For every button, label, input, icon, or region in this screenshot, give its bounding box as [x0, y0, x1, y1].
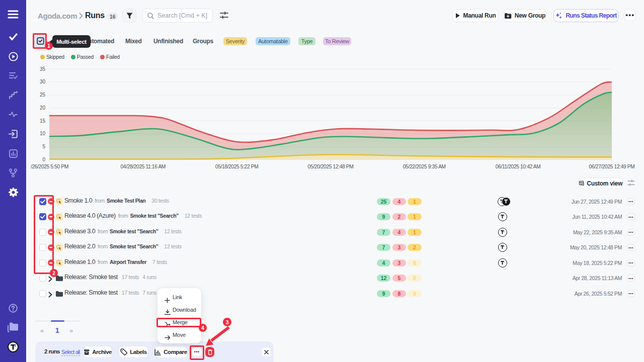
svg-text:30: 30 [40, 79, 46, 84]
svg-text:05/20/2025 12:48 PM: 05/20/2025 12:48 PM [308, 164, 354, 169]
svg-text:06/27/2025 12:49 PM: 06/27/2025 12:49 PM [589, 164, 635, 169]
svg-text:10: 10 [40, 131, 46, 136]
svg-text:15: 15 [40, 118, 46, 124]
svg-text:06/11/2025 10:42 AM: 06/11/2025 10:42 AM [496, 164, 541, 169]
svg-text:04/28/2025 11:16 AM: 04/28/2025 11:16 AM [121, 164, 166, 169]
svg-text:25: 25 [40, 92, 46, 98]
svg-text:35: 35 [40, 66, 46, 72]
svg-text:20: 20 [40, 105, 46, 111]
svg-text:05/18/2025 5:22 PM: 05/18/2025 5:22 PM [215, 164, 259, 169]
svg-text:05/22/2025 9:35 AM: 05/22/2025 9:35 AM [403, 164, 446, 169]
svg-text:5: 5 [42, 144, 45, 149]
svg-text:/26/2025 5:50 PM: /26/2025 5:50 PM [31, 164, 68, 169]
svg-text:0: 0 [42, 157, 45, 162]
